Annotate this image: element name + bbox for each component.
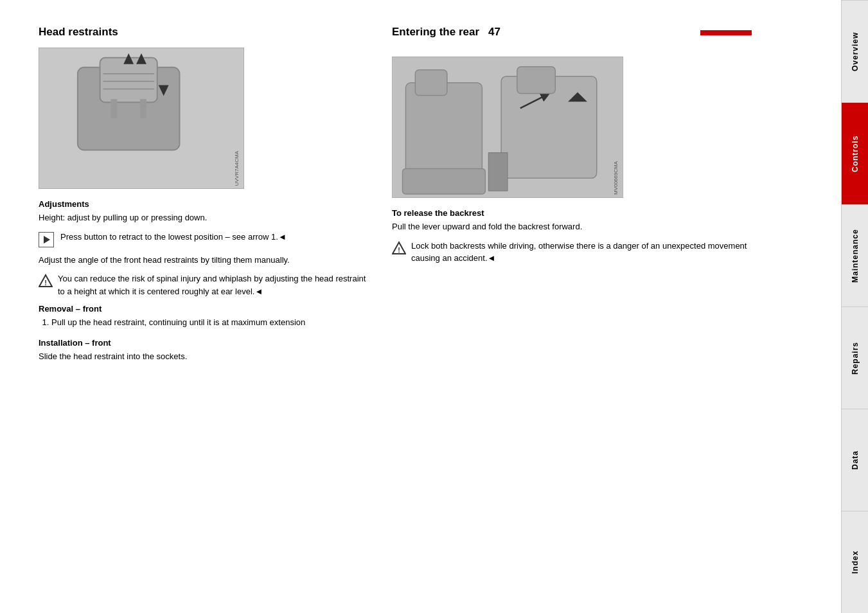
right-section-title: Entering the rear [392,26,479,39]
left-image-code: UVVR7A4CMA [234,151,240,186]
adjustments-text: Height: adjust by pulling up or pressing… [39,211,373,224]
adjust-angle-text: Adjust the angle of the front head restr… [39,254,373,267]
svg-text:!: ! [398,246,400,254]
sidebar-tab-controls[interactable]: Controls [842,102,868,204]
svg-rect-15 [403,168,486,194]
svg-text:!: ! [44,279,47,287]
left-section-title: Head restraints [39,26,373,39]
page-container: Head restraints [0,0,868,613]
car-seat-svg [393,57,623,197]
head-restraint-svg [39,48,244,188]
backrest-warning-icon: ! [392,241,406,257]
sidebar-tab-maintenance[interactable]: Maintenance [842,204,868,306]
warning-triangle-icon: ! [39,274,53,288]
installation-heading: Installation – front [39,338,373,348]
head-restraint-image: UVVR7A4CMA [39,48,244,189]
backrest-warning-text: Lock both backrests while driving, other… [411,240,752,265]
spinal-warning-text: You can reduce the risk of spinal injury… [58,272,373,298]
svg-rect-21 [517,67,555,94]
installation-block: Installation – front Slide the head rest… [39,338,373,363]
sidebar-tab-overview[interactable]: Overview [842,0,868,102]
play-triangle [44,236,50,244]
removal-step-1: Pull up the head restraint, continuing u… [51,316,373,329]
warning-icon: ! [39,274,53,290]
svg-rect-3 [111,99,117,118]
sidebar: Overview Controls Maintenance Repairs Da… [841,0,868,613]
adjustments-heading: Adjustments [39,199,373,209]
right-column: Entering the rear 47 [392,26,752,600]
spinal-warning: ! You can reduce the risk of spinal inju… [39,272,373,298]
left-column: Head restraints [39,26,373,600]
svg-rect-14 [405,83,482,179]
backrest-warning-triangle-icon: ! [392,241,406,255]
divider-line [700,30,752,35]
removal-list: Pull up the head restraint, continuing u… [39,316,373,329]
right-header: Entering the rear 47 [392,26,752,48]
removal-heading: Removal – front [39,304,373,314]
svg-rect-2 [100,58,157,102]
main-content: Head restraints [0,0,841,613]
backrest-warning: ! Lock both backrests while driving, oth… [392,240,752,265]
release-heading: To release the backrest [392,208,752,218]
car-interior-image: MV00669CMA [392,57,623,198]
button-note: Press button to retract to the lowest po… [39,231,373,247]
installation-text: Slide the head restraint into the socket… [39,350,373,363]
right-image-code: MV00669CMA [613,161,619,195]
sidebar-tab-index[interactable]: Index [842,511,868,613]
button-note-text: Press button to retract to the lowest po… [60,231,287,244]
play-icon [39,232,54,247]
sidebar-tab-repairs[interactable]: Repairs [842,306,868,409]
release-text: Pull the lever upward and fold the backr… [392,220,752,233]
page-number: 47 [488,26,500,39]
svg-rect-19 [488,153,508,191]
svg-rect-4 [140,99,146,118]
svg-rect-20 [415,70,447,96]
sidebar-tab-data[interactable]: Data [842,409,868,511]
